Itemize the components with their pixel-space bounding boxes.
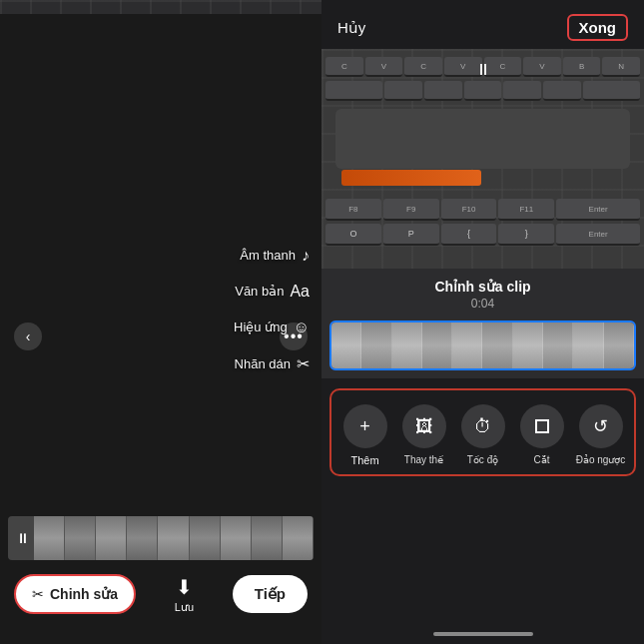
image-icon: 🖼: [415, 416, 433, 437]
cat-label: Cắt: [534, 454, 550, 465]
key: Enter: [556, 224, 640, 246]
luu-label: Lưu: [175, 601, 194, 614]
tool-dao-nguoc[interactable]: ↺ Đảo ngược: [575, 404, 627, 465]
crop-icon: [532, 416, 552, 436]
clip-section: Chỉnh sửa clip 0:04: [322, 269, 644, 378]
key: [583, 81, 640, 101]
text-icon: Aa: [290, 282, 310, 300]
right-panel: Hủy Xong C V C V C V B N: [322, 0, 644, 644]
key: {: [441, 224, 497, 246]
timeline-cell: [283, 516, 314, 560]
timeline-cell: [127, 516, 158, 560]
keyboard-bg-right: C V C V C V B N F8: [322, 49, 644, 269]
toc-do-label: Tốc độ: [467, 454, 498, 465]
tool-toc-do[interactable]: ⏱ Tốc độ: [457, 404, 509, 465]
key: V: [523, 57, 561, 77]
tool-them[interactable]: + Thêm: [339, 404, 391, 466]
key: P: [383, 224, 439, 246]
nhan-dan-label: Nhãn dán: [235, 355, 291, 370]
key: [503, 81, 541, 101]
key: [325, 81, 382, 101]
timeline-cells: [34, 516, 314, 560]
key: [543, 81, 581, 101]
home-indicator: [433, 632, 533, 636]
timeline-cell: [34, 516, 65, 560]
am-thanh-label: Âm thanh: [240, 248, 296, 263]
timeline-cell: [604, 322, 634, 368]
download-icon: ⬇: [176, 575, 193, 599]
orange-bar-right: [341, 170, 481, 186]
scissors-icon: ✂: [32, 586, 44, 602]
clip-time: 0:04: [322, 297, 644, 311]
play-pause-button-left[interactable]: ⏸: [16, 530, 30, 546]
timeline-cell: [543, 322, 573, 368]
dao-nguoc-label: Đảo ngược: [576, 454, 626, 465]
timeline-cell: [452, 322, 482, 368]
key: F8: [325, 199, 381, 221]
plus-icon: +: [359, 416, 370, 437]
tool-thay-the[interactable]: 🖼 Thay thế: [398, 404, 450, 465]
key: V: [365, 57, 403, 77]
timeline-cell: [252, 516, 283, 560]
timeline-cell: [573, 322, 603, 368]
them-label: Thêm: [350, 454, 378, 466]
left-panel: F11 F8 F9 F10 F11 F1 0 - + ← O P { } Ent…: [0, 0, 322, 644]
key: B: [563, 57, 601, 77]
xong-button[interactable]: Xong: [567, 14, 629, 41]
timeline-cell: [158, 516, 189, 560]
hieu-ung-label: Hiệu ứng: [234, 320, 288, 334]
pause-icon-right: ⏸: [475, 61, 491, 79]
side-menu: Âm thanh ♪ Văn bản Aa Hiệu ứng ☺ Nhãn dá…: [234, 246, 310, 372]
sticker-icon: ✂: [297, 353, 310, 372]
side-menu-item-hieu-ung[interactable]: Hiệu ứng ☺: [234, 318, 310, 335]
timeline-cell: [482, 322, 512, 368]
reverse-icon: ↺: [593, 415, 608, 437]
huy-button[interactable]: Hủy: [337, 19, 365, 37]
tiep-label: Tiếp: [255, 585, 286, 602]
key: Enter: [556, 199, 640, 221]
bottom-buttons-left: ✂ Chinh sửa ⬇ Lưu Tiếp: [0, 574, 322, 614]
key: [424, 81, 462, 101]
timeline-cell: [331, 322, 361, 368]
thay-the-icon-circle: 🖼: [402, 404, 446, 448]
timeline-cell: [221, 516, 252, 560]
key: F9: [383, 199, 439, 221]
luu-button[interactable]: ⬇ Lưu: [175, 575, 194, 614]
timeline-cell: [96, 516, 127, 560]
clip-title: Chỉnh sửa clip: [322, 279, 644, 295]
key: C: [404, 57, 442, 77]
side-menu-item-am-thanh[interactable]: Âm thanh ♪: [234, 246, 310, 264]
timeline-cell: [422, 322, 452, 368]
video-preview-right: C V C V C V B N F8: [322, 49, 644, 269]
chinh-sua-button[interactable]: ✂ Chinh sửa: [14, 574, 136, 614]
music-icon: ♪: [302, 246, 310, 264]
toc-do-icon-circle: ⏱: [461, 404, 505, 448]
key: N: [602, 57, 640, 77]
dao-nguoc-icon-circle: ↺: [579, 404, 623, 448]
key: [384, 81, 422, 101]
back-button[interactable]: ‹: [14, 322, 42, 350]
timeline-cell: [513, 322, 543, 368]
side-menu-item-nhan-dan[interactable]: Nhãn dán ✂: [234, 353, 310, 372]
chinh-sua-label: Chinh sửa: [50, 586, 118, 602]
key: C: [325, 57, 363, 77]
tiep-button[interactable]: Tiếp: [233, 575, 308, 613]
key: F10: [441, 199, 497, 221]
key: [464, 81, 502, 101]
side-menu-item-van-ban[interactable]: Văn bản Aa: [234, 282, 310, 300]
key: O: [325, 224, 381, 246]
cat-icon-circle: [520, 404, 564, 448]
timeline-right[interactable]: [329, 321, 636, 370]
timeline-cell: [361, 322, 391, 368]
speed-icon: ⏱: [474, 416, 492, 437]
tools-section: + Thêm 🖼 Thay thế ⏱ Tốc độ: [329, 388, 636, 476]
effects-icon: ☺: [294, 318, 310, 335]
right-top-bar: Hủy Xong: [322, 0, 644, 49]
them-icon-circle: +: [343, 404, 387, 448]
timeline-cell: [65, 516, 96, 560]
tool-cat[interactable]: Cắt: [516, 404, 568, 465]
timeline-strip-left[interactable]: ⏸: [8, 516, 314, 560]
timeline-cell: [190, 516, 221, 560]
left-bottom-area: ⏸ ✂ Chinh sửa ⬇ Lưu: [0, 516, 322, 644]
thay-the-label: Thay thế: [404, 454, 443, 465]
